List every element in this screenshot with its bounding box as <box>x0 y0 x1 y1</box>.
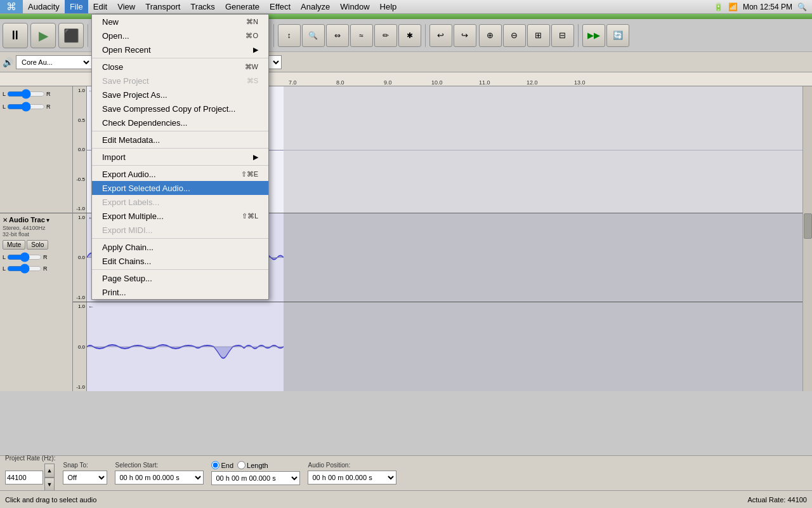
vscale-1-mid-top: 0.5 <box>73 117 85 123</box>
rate-up-button[interactable]: ▲ <box>44 464 55 478</box>
select-tool[interactable]: ↕ <box>278 24 301 47</box>
transport-menu[interactable]: Transport <box>140 0 185 13</box>
track2-stereo: Stereo, 44100Hz <box>3 225 70 231</box>
audacity-menu[interactable]: Audacity <box>23 0 65 13</box>
snap-to-group: Snap To: Off <box>63 462 107 485</box>
stop-button[interactable]: ⬛ <box>58 23 84 48</box>
menubar-right-info: 🔋 📶 Mon 12:54 PM 🔍 <box>714 3 812 11</box>
project-rate-control: ▲ ▼ <box>5 464 55 491</box>
track1-volume-slider[interactable] <box>7 89 45 99</box>
selection-start-input[interactable]: 00 h 00 m 00.000 s <box>115 471 204 485</box>
pan-l-label2: L <box>3 265 6 272</box>
track2-pan-ctrl: L R <box>3 264 70 274</box>
zoom-sel-button[interactable]: ⊟ <box>551 24 574 47</box>
envelope-tool[interactable]: ≈ <box>350 24 373 47</box>
mic-icon: 🎤 <box>95 57 105 67</box>
battery-icon: 🔋 <box>714 3 723 11</box>
zoom-tool[interactable]: 🔍 <box>302 24 325 47</box>
status-right: Actual Rate: 44100 <box>747 496 807 504</box>
track2-volume-slider[interactable] <box>7 252 42 262</box>
generate-menu[interactable]: Generate <box>220 0 265 13</box>
mute-button[interactable]: Mute <box>3 240 25 250</box>
end-radio-label[interactable]: End <box>211 461 233 469</box>
apple-menu[interactable]: ⌘ <box>0 0 23 13</box>
vscale-1-zero: 0.0 <box>73 147 85 152</box>
window-menu[interactable]: Window <box>335 0 374 13</box>
output-device-select[interactable]: Core Au... <box>16 55 92 69</box>
pan-r-label: R <box>46 104 51 110</box>
track1-vscale: 1.0 0.5 0.0 -0.5 -1.0 <box>73 86 87 213</box>
track1-grey-region <box>284 86 812 213</box>
track2-vscale-L: 1.0 0.0 -1.0 <box>73 213 87 302</box>
zoom-out-button[interactable]: ⊖ <box>503 24 526 47</box>
edit-menu[interactable]: Edit <box>88 0 112 13</box>
input-icon: 🎤 <box>95 36 102 43</box>
track2-waveform-R[interactable]: 1.0 0.0 -1.0 ← <box>73 302 812 391</box>
selection-start-control: 00 h 00 m 00.000 s <box>115 471 204 485</box>
redo-button[interactable]: ↪ <box>454 24 476 47</box>
play-button[interactable]: ▶ <box>30 23 56 48</box>
end-label: End <box>221 462 233 469</box>
track2-wave-R[interactable]: ← <box>87 302 812 391</box>
track2-L-arrow: ← <box>88 215 94 221</box>
end-value-input[interactable]: 00 h 00 m 00.000 s <box>211 471 300 485</box>
view-menu[interactable]: View <box>112 0 140 13</box>
track-dropdown-icon[interactable]: ▾ <box>46 217 49 224</box>
draw-tool[interactable]: ✏ <box>374 24 397 47</box>
pan-r-label2: R <box>43 265 48 272</box>
ruler-mark-7: 7.0 <box>289 79 297 86</box>
track2-waveform-container[interactable]: 1.0 0.0 -1.0 ← <box>73 213 812 391</box>
length-radio[interactable] <box>237 461 246 469</box>
vscale-1-bot: -1.0 <box>73 206 85 211</box>
length-radio-label[interactable]: Length <box>237 461 268 469</box>
play-at-speed-button[interactable]: ▶▶ <box>582 24 605 47</box>
play-looped-button[interactable]: 🔄 <box>606 24 629 47</box>
analyze-menu[interactable]: Analyze <box>296 0 335 13</box>
audio-pos-input[interactable]: 00 h 00 m 00.000 s <box>308 471 396 485</box>
search-icon[interactable]: 🔍 <box>797 3 807 11</box>
time-shift-tool[interactable]: ⇔ <box>326 24 349 47</box>
undo-button[interactable]: ↩ <box>429 24 452 47</box>
end-radio[interactable] <box>211 461 219 469</box>
track2-pan-slider[interactable] <box>7 264 42 274</box>
channel-select[interactable]: 2 (Stereo) Re... <box>193 55 282 69</box>
selection-start-label: Selection Start: <box>115 462 204 469</box>
project-rate-input[interactable] <box>5 471 43 485</box>
vscale-1-top: 1.0 <box>73 88 85 93</box>
input-source-select[interactable]: Built-in Microphone <box>108 55 190 69</box>
snap-to-label: Snap To: <box>63 462 107 469</box>
solo-button[interactable]: Solo <box>27 240 48 250</box>
multi-tool[interactable]: ✱ <box>398 24 421 47</box>
file-menu[interactable]: File <box>65 0 88 13</box>
scrollbar-thumb[interactable] <box>804 213 812 239</box>
effect-menu[interactable]: Effect <box>265 0 296 13</box>
vol-l-label2: L <box>3 254 6 260</box>
tracks-menu[interactable]: Tracks <box>185 0 220 13</box>
snap-to-select[interactable]: Off <box>63 471 107 485</box>
track2-name: Audio Trac <box>9 216 45 224</box>
help-menu[interactable]: Help <box>375 0 402 13</box>
zoom-in-button[interactable]: ⊕ <box>479 24 502 47</box>
pause-button[interactable]: ⏸ <box>3 23 28 48</box>
menubar: ⌘ Audacity File Edit View Transport Trac… <box>0 0 812 14</box>
track2-mute-solo: Mute Solo <box>3 240 70 250</box>
rate-down-button[interactable]: ▼ <box>44 478 55 491</box>
track1-waveform[interactable]: 1.0 0.5 0.0 -0.5 -1.0 ← <box>73 86 812 213</box>
status-left: Click and drag to select audio <box>5 496 96 504</box>
ruler-mark-6: 6.0 <box>241 79 249 86</box>
track2-wave-L[interactable]: ← <box>87 213 812 302</box>
zoom-fit-button[interactable]: ⊞ <box>527 24 550 47</box>
track1-wave-content[interactable]: ← <box>87 86 812 213</box>
zoom-buttons: ⊕ ⊖ ⊞ ⊟ <box>479 24 574 47</box>
track2-waveform-L[interactable]: 1.0 0.0 -1.0 ← <box>73 213 812 302</box>
vscale-2R-top: 1.0 <box>73 304 85 309</box>
waveform-display: 1.0 0.5 0.0 -0.5 -1.0 ← 1.0 0. <box>73 86 812 391</box>
timeline-ruler: 4.0 5.0 6.0 7.0 8.0 9.0 10.0 11.0 12.0 1… <box>0 72 812 86</box>
ruler-mark-4: 4.0 <box>146 79 154 86</box>
track-close-icon[interactable]: ✕ <box>3 217 8 224</box>
track2-R-arrow: ← <box>88 304 94 310</box>
input-vu-meter <box>105 36 232 44</box>
vertical-scrollbar[interactable] <box>802 86 812 391</box>
track-controls-panel: L R L R ✕ Audio Trac ▾ Stereo, 44100Hz 3… <box>0 86 73 391</box>
track1-pan-slider[interactable] <box>7 102 45 112</box>
